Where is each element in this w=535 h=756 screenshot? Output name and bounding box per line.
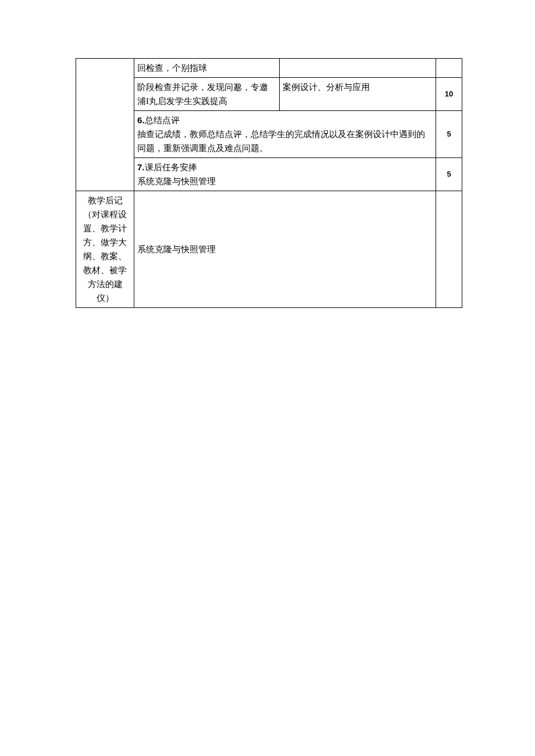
cell-r1-mid bbox=[280, 59, 436, 78]
cell-r3-body: 6.总结点评抽查记成绩，教师总结点评，总结学生的完成情况以及在案例设计中遇到的同… bbox=[134, 111, 436, 158]
cell-r2-right: 10 bbox=[436, 78, 462, 111]
table-row: 教学后记（对课程设置、教学计方、做学大纲、教案、教材、被学方法的建仪） 系统克隆… bbox=[76, 191, 462, 308]
row4-number: 7. bbox=[137, 162, 145, 172]
cell-r4-body: 7.课后任务安捧系统克隆与快照管理 bbox=[134, 158, 436, 191]
row3-body: 抽查记成绩，教师总结点评，总结学生的完成情况以及在案例设计中遇到的同题，重新强调… bbox=[137, 130, 425, 153]
row3-title: 总结点评 bbox=[145, 116, 180, 125]
table-row: 阶段检查并记录，发现问邈，专邀浦I丸启发学生实践提高 案例设计、分析与应用 10 bbox=[76, 78, 462, 111]
cell-r1-left: 回检查，个别指球 bbox=[134, 59, 280, 78]
cell-r4-right: 5 bbox=[436, 158, 462, 191]
cell-r2-mid: 案例设计、分析与应用 bbox=[280, 78, 436, 111]
table-row: 回检查，个别指球 bbox=[76, 59, 462, 78]
cell-r1-right bbox=[436, 59, 462, 78]
row4-title: 课后任务安捧 bbox=[145, 163, 197, 172]
cell-r5-right bbox=[436, 191, 462, 308]
cell-r3-right: 5 bbox=[436, 111, 462, 158]
row5-label: 教学后记（对课程设置、教学计方、做学大纲、教案、教材、被学方法的建仪） bbox=[76, 191, 134, 308]
table-row: 6.总结点评抽查记成绩，教师总结点评，总结学生的完成情况以及在案例设计中遇到的同… bbox=[76, 111, 462, 158]
table-row: 7.课后任务安捧系统克隆与快照管理 5 bbox=[76, 158, 462, 191]
cell-r2-left: 阶段检查并记录，发现问邈，专邀浦I丸启发学生实践提高 bbox=[134, 78, 280, 111]
cell-r5-body: 系统克隆与快照管理 bbox=[134, 191, 436, 308]
lesson-plan-table: 回检查，个别指球 阶段检查并记录，发现问邈，专邀浦I丸启发学生实践提高 案例设计… bbox=[76, 58, 462, 308]
row4-body: 系统克隆与快照管理 bbox=[137, 177, 216, 186]
empty-label-cell bbox=[76, 59, 134, 191]
row3-number: 6. bbox=[137, 115, 145, 125]
